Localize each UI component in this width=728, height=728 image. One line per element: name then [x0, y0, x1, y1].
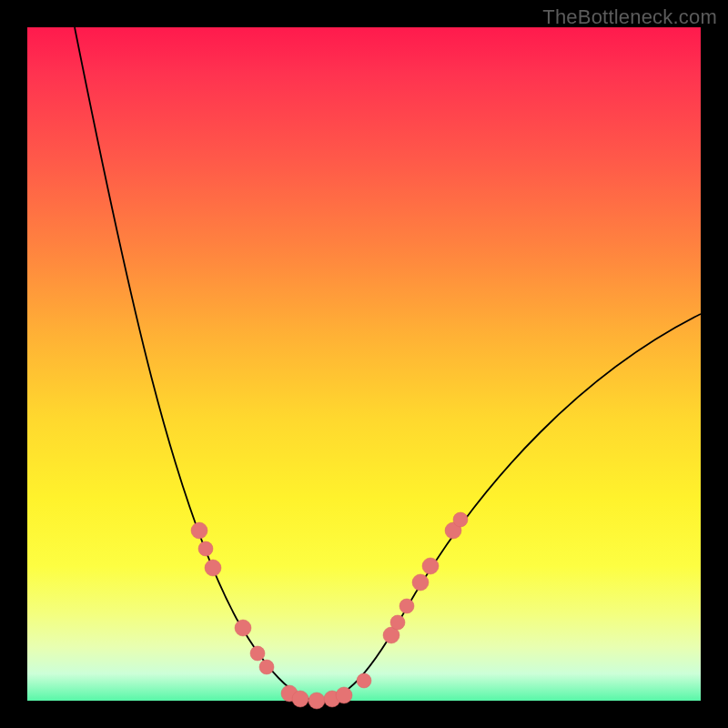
data-dot — [412, 574, 429, 591]
data-dot — [422, 558, 439, 574]
data-dot — [259, 660, 274, 674]
data-dot — [357, 673, 371, 688]
data-dot — [250, 646, 265, 661]
chart-area — [27, 27, 701, 701]
data-dot — [191, 522, 207, 539]
data-dot — [205, 560, 221, 576]
bottleneck-curve — [75, 27, 701, 701]
data-dot — [198, 541, 213, 556]
data-dot — [453, 512, 468, 527]
data-dot — [235, 620, 251, 636]
watermark-label: TheBottleneck.com — [542, 5, 717, 29]
data-dot — [292, 691, 308, 707]
data-dot — [308, 693, 325, 709]
data-dot — [336, 687, 352, 703]
bottleneck-plot — [27, 27, 701, 701]
data-dot — [399, 599, 414, 613]
data-dot — [390, 615, 405, 630]
